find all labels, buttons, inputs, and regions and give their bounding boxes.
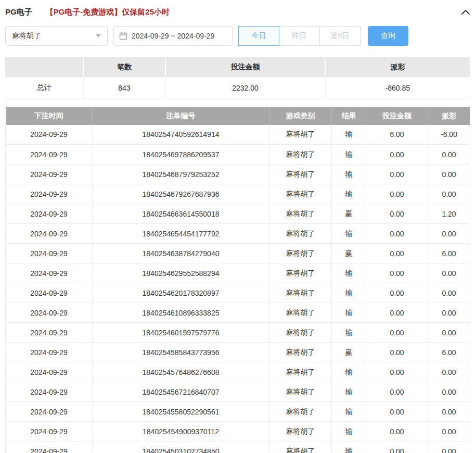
cell-bet-time: 2024-09-29 [6, 303, 93, 323]
cell-bet-amount: 0.00 [366, 323, 428, 343]
query-button[interactable]: 查询 [368, 26, 408, 46]
cell-bet-amount: 0.00 [366, 244, 428, 263]
cell-payout: 0.00 [428, 145, 470, 165]
cell-order-id: 1840254629552588294 [93, 263, 269, 283]
cell-game-type: 麻将胡了 [269, 362, 332, 382]
cell-order-id: 1840254601597579776 [93, 323, 269, 343]
cell-bet-amount: 0.00 [366, 145, 428, 165]
cell-game-type: 麻将胡了 [269, 283, 332, 303]
table-row: 2024-09-29 1840254697886209537 麻将胡了 输 0.… [6, 145, 470, 165]
cell-payout: 6.00 [428, 343, 470, 362]
cell-order-id: 1840254638784279040 [93, 244, 269, 263]
cell-game-type: 麻将胡了 [269, 343, 332, 362]
cell-result: 输 [332, 165, 366, 184]
table-row: 2024-09-29 1840254567216840707 麻将胡了 输 0.… [6, 382, 470, 402]
filter-bar: 麻将胡了 2024-09-29 ~ 2024-09-29 今日 昨日 近8日 查… [5, 26, 471, 46]
table-row: 2024-09-29 1840254679267687936 麻将胡了 输 0.… [6, 184, 470, 204]
records-header-bet-amount: 投注金额 [366, 107, 428, 125]
table-row: 2024-09-29 1840254740592614914 麻将胡了 输 6.… [6, 125, 470, 145]
cell-order-id: 1840254697886209537 [93, 145, 269, 165]
section-header: PG电子 【PG电子-免费游戏】仅保留25小时 [5, 0, 471, 18]
cell-bet-time: 2024-09-29 [6, 125, 93, 145]
table-row: 2024-09-29 1840254585843773956 麻将胡了 赢 0.… [6, 343, 470, 362]
summary-header-row: 笔数 投注金额 派彩 [5, 57, 470, 77]
cell-bet-amount: 0.00 [366, 442, 428, 453]
quick-button-yesterday[interactable]: 昨日 [279, 26, 320, 46]
table-row: 2024-09-29 1840254663614550018 麻将胡了 赢 0.… [6, 204, 470, 224]
cell-result: 输 [332, 125, 366, 145]
cell-bet-time: 2024-09-29 [6, 323, 93, 343]
table-row: 2024-09-29 1840254503102734850 麻将胡了 输 0.… [6, 442, 470, 453]
cell-payout: 6.00 [428, 244, 470, 263]
cell-bet-amount: 0.00 [366, 303, 428, 323]
date-range-value: 2024-09-29 ~ 2024-09-29 [132, 32, 214, 40]
summary-table: 笔数 投注金额 派彩 总计 843 2232.00 -860.85 [5, 57, 470, 99]
collapse-chevron-up-icon[interactable] [460, 8, 471, 16]
table-row: 2024-09-29 1840254549009370112 麻将胡了 输 0.… [6, 422, 470, 442]
cell-bet-amount: 0.00 [366, 422, 428, 442]
quick-button-today[interactable]: 今日 [238, 26, 279, 46]
cell-result: 输 [332, 145, 366, 165]
cell-payout: 0.00 [428, 442, 470, 453]
cell-order-id: 1840254558052290561 [93, 402, 269, 422]
game-select-value: 麻将胡了 [12, 31, 41, 41]
cell-bet-amount: 0.00 [366, 283, 428, 303]
cell-bet-amount: 0.00 [366, 362, 428, 382]
cell-bet-time: 2024-09-29 [6, 422, 93, 442]
cell-order-id: 1840254663614550018 [93, 204, 269, 224]
cell-bet-time: 2024-09-29 [6, 184, 93, 204]
cell-result: 输 [332, 402, 366, 422]
cell-payout: 0.00 [428, 323, 470, 343]
cell-result: 输 [332, 422, 366, 442]
summary-header-payout: 派彩 [325, 57, 470, 77]
cell-bet-time: 2024-09-29 [6, 204, 93, 224]
cell-order-id: 1840254549009370112 [93, 422, 269, 442]
cell-order-id: 1840254610896333825 [93, 303, 269, 323]
quick-button-last-8-days[interactable]: 近8日 [319, 26, 361, 46]
cell-game-type: 麻将胡了 [269, 402, 332, 422]
table-row: 2024-09-29 1840254654454177792 麻将胡了 输 0.… [6, 224, 470, 244]
cell-game-type: 麻将胡了 [269, 263, 332, 283]
cell-payout: 0.00 [428, 184, 470, 204]
cell-payout: 0.00 [428, 362, 470, 382]
cell-game-type: 麻将胡了 [269, 125, 332, 145]
cell-bet-time: 2024-09-29 [6, 283, 93, 303]
cell-payout: 0.00 [428, 303, 470, 323]
cell-result: 输 [332, 224, 366, 244]
cell-order-id: 1840254567216840707 [93, 382, 269, 402]
cell-bet-time: 2024-09-29 [6, 382, 93, 402]
cell-order-id: 1840254687979253252 [93, 165, 269, 184]
cell-payout: 0.00 [428, 382, 470, 402]
cell-result: 输 [332, 442, 366, 453]
notice-text: 【PG电子-免费游戏】仅保留25小时 [46, 7, 170, 17]
cell-order-id: 1840254585843773956 [93, 343, 269, 362]
records-header-game-type: 游戏类别 [269, 107, 332, 125]
cell-payout: 0.00 [428, 263, 470, 283]
page-title: PG电子 [5, 7, 32, 17]
cell-game-type: 麻将胡了 [269, 204, 332, 224]
cell-bet-amount: 0.00 [366, 184, 428, 204]
summary-total-row: 总计 843 2232.00 -860.85 [5, 77, 470, 99]
date-range-picker[interactable]: 2024-09-29 ~ 2024-09-29 [113, 26, 233, 46]
cell-bet-time: 2024-09-29 [6, 442, 93, 453]
chevron-down-icon [96, 34, 101, 37]
cell-payout: 0.00 [428, 402, 470, 422]
cell-bet-amount: 0.00 [366, 165, 428, 184]
cell-order-id: 1840254620178320897 [93, 283, 269, 303]
table-row: 2024-09-29 1840254558052290561 麻将胡了 输 0.… [6, 402, 470, 422]
cell-result: 输 [332, 283, 366, 303]
cell-bet-amount: 0.00 [366, 343, 428, 362]
cell-result: 输 [332, 382, 366, 402]
cell-payout: 0.00 [428, 165, 470, 184]
cell-bet-time: 2024-09-29 [6, 402, 93, 422]
cell-bet-amount: 0.00 [366, 402, 428, 422]
game-select[interactable]: 麻将胡了 [5, 26, 108, 46]
cell-order-id: 1840254740592614914 [93, 125, 269, 145]
records-table: 下注时间 注单编号 游戏类别 结果 投注金额 派彩 2024-09-29 184… [5, 107, 470, 453]
cell-bet-amount: 6.00 [366, 125, 428, 145]
cell-bet-amount: 0.00 [366, 263, 428, 283]
summary-total-label: 总计 [5, 77, 83, 99]
cell-game-type: 麻将胡了 [269, 184, 332, 204]
cell-payout: 1.20 [428, 204, 470, 224]
cell-bet-time: 2024-09-29 [6, 244, 93, 263]
